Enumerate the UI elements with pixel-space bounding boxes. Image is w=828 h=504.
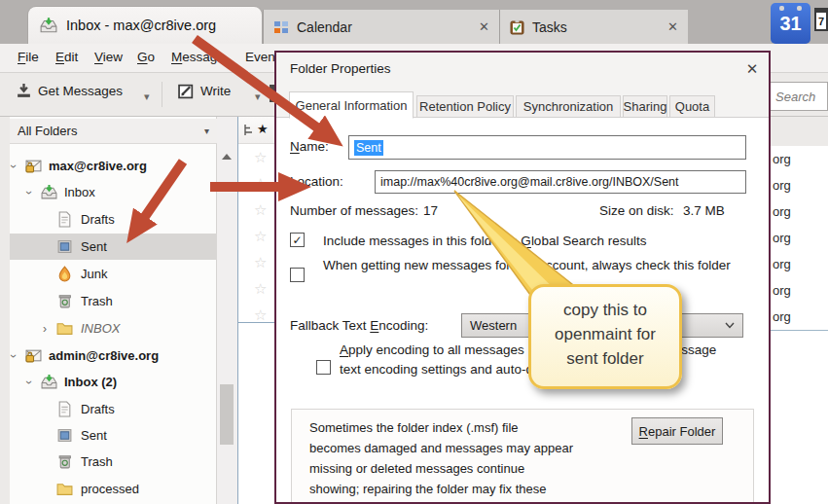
global-search-checkbox[interactable]: ✓ (290, 233, 305, 247)
write-dropdown-icon[interactable]: ▾ (255, 90, 261, 103)
message-row[interactable]: org (773, 225, 791, 251)
size-on-disk-value: 3.7 MB (683, 203, 725, 218)
drafts-icon (56, 401, 73, 417)
tab-tasks[interactable]: Tasks ✕ (499, 10, 688, 44)
expander-icon[interactable]: › (8, 164, 19, 168)
row-star-icon[interactable]: ☆ (254, 175, 267, 193)
global-search-label: Include messages in this folder in Globa… (323, 232, 751, 251)
check-folder-checkbox[interactable] (290, 268, 305, 282)
folder-label: Inbox (64, 185, 95, 199)
folder-pane-scrollbar[interactable] (217, 117, 237, 504)
expander-icon[interactable]: › (23, 191, 35, 195)
dialog-tab-synchronization[interactable]: Synchronization (516, 95, 621, 118)
location-input[interactable]: imap://max%40cr8ive.org@mail.cr8ive.org/… (375, 170, 746, 194)
encoding-value: Western (470, 318, 517, 333)
row-star-icon[interactable]: ☆ (254, 201, 267, 219)
dialog-close-icon[interactable]: ✕ (741, 58, 763, 80)
junk-icon (56, 266, 73, 282)
write-icon (178, 83, 195, 99)
folder-pane-header[interactable]: All Folders ▾ (10, 119, 217, 144)
sidebar-item-processed[interactable]: processed (10, 476, 217, 502)
tab-inbox[interactable]: Inbox - max@cr8ive.org (27, 6, 263, 44)
apply-encoding-checkbox[interactable] (316, 360, 331, 375)
sidebar-item-drafts-admin[interactable]: Drafts (10, 396, 217, 422)
write-button[interactable]: Write (178, 83, 231, 99)
sidebar-item-trash-admin[interactable]: Trash (10, 449, 217, 475)
sidebar-item-trash-max[interactable]: Trash (10, 288, 217, 314)
folder-label: Sent (81, 428, 107, 443)
folder-label: INBOX (81, 321, 120, 336)
folder-label: Trash (81, 454, 113, 469)
row-star-icon[interactable]: ☆ (254, 254, 267, 271)
sidebar-item-account-max[interactable]: › max@cr8ive.org (10, 153, 217, 179)
get-messages-dropdown-icon[interactable]: ▾ (144, 90, 150, 103)
tasks-today-button[interactable]: 7 (814, 8, 828, 31)
menu-go[interactable]: Go (137, 50, 155, 64)
drafts-icon (56, 211, 73, 228)
message-row[interactable]: org (773, 277, 791, 304)
menu-edit[interactable]: Edit (55, 50, 78, 64)
sidebar-item-inbox-max[interactable]: › Inbox (10, 179, 217, 205)
inbox-icon (41, 184, 57, 200)
row-star-icon[interactable]: ☆ (254, 228, 267, 245)
folder-label: Trash (81, 294, 113, 308)
toolbar-separator (162, 82, 162, 107)
sidebar-item-account-admin[interactable]: › admin@cr8ive.org (10, 342, 217, 369)
menu-events[interactable]: Even (245, 50, 275, 64)
dialog-tab-sharing[interactable]: Sharing (623, 95, 667, 118)
sidebar-item-drafts-max[interactable]: Drafts (10, 206, 217, 233)
name-value: Sent (354, 140, 383, 156)
sidebar-item-sent-admin[interactable]: Sent (10, 422, 217, 449)
write-label: Write (200, 84, 231, 98)
row-star-icon[interactable]: ☆ (254, 280, 267, 298)
star-column-icon[interactable]: ★ (257, 122, 269, 136)
calendar-day-number: 31 (779, 13, 801, 35)
sidebar-item-sent-max[interactable]: Sent (10, 234, 217, 260)
folder-pane-header-label: All Folders (10, 124, 77, 138)
message-row[interactable]: org (773, 146, 791, 172)
thread-column-icon[interactable] (242, 124, 254, 137)
tab-calendar[interactable]: Calendar ✕ (263, 10, 499, 44)
tab-calendar-label: Calendar (297, 19, 352, 35)
message-row[interactable]: org (773, 172, 791, 198)
message-row[interactable]: org (773, 198, 791, 225)
sidebar-item-junk-max[interactable]: Junk (10, 261, 217, 287)
sidebar-item-inbox-caps-max[interactable]: › INBOX (10, 315, 217, 342)
tasks-tab-icon (510, 19, 524, 35)
folder-properties-dialog: Folder Properties ✕ General Information … (274, 51, 771, 504)
menu-file[interactable]: File (18, 50, 39, 64)
message-row[interactable]: org (773, 251, 791, 277)
row-star-icon[interactable]: ☆ (254, 149, 267, 166)
dialog-tab-retention[interactable]: Retention Policy (416, 95, 514, 118)
repair-groupbox: Sometimes the folder index (.msf) file b… (291, 409, 754, 504)
menu-message[interactable]: Message (171, 50, 225, 64)
tab-tasks-close-icon[interactable]: ✕ (667, 19, 678, 34)
inbox-tab-icon (40, 17, 57, 34)
repair-folder-button[interactable]: Repair Folder (631, 417, 723, 445)
location-label: Location: (290, 174, 343, 189)
folder-label: Sent (81, 239, 107, 254)
tab-calendar-close-icon[interactable]: ✕ (479, 19, 489, 34)
calendar-today-button[interactable]: 31 (771, 3, 810, 44)
dialog-tab-general[interactable]: General Information (289, 91, 414, 119)
message-row[interactable]: org (773, 304, 791, 330)
dialog-tab-quota[interactable]: Quota (669, 95, 715, 118)
expander-icon[interactable]: › (8, 354, 19, 358)
scrollbar-thumb[interactable] (220, 384, 234, 445)
sidebar-item-inbox-admin[interactable]: › Inbox (2) (10, 369, 217, 395)
name-label: Name: (290, 139, 329, 154)
expander-icon[interactable]: › (43, 323, 47, 335)
menu-view[interactable]: View (94, 50, 123, 64)
repair-info-text: Sometimes the folder index (.msf) file b… (309, 417, 623, 499)
callout-line: openmaint for (531, 322, 679, 346)
inbox-icon (41, 374, 57, 390)
get-messages-button[interactable]: Get Messages (16, 83, 123, 99)
expander-icon[interactable]: › (23, 380, 35, 384)
scroll-up-icon[interactable] (222, 154, 232, 160)
tab-tasks-label: Tasks (532, 19, 567, 35)
folder-label: admin@cr8ive.org (49, 348, 159, 363)
folder-pane: All Folders ▾ › max@cr8ive.org › Inbox D… (10, 117, 217, 504)
name-input[interactable]: Sent (348, 135, 746, 160)
num-messages-label: Number of messages: (290, 203, 418, 218)
folder-icon (56, 481, 73, 497)
